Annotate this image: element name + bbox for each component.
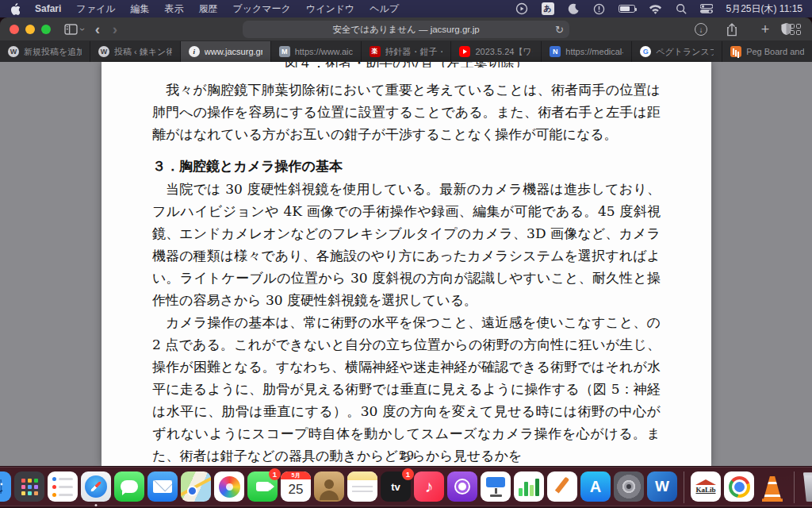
dock-separator: [794, 471, 795, 503]
share-icon[interactable]: [723, 21, 741, 38]
spotlight-search-icon[interactable]: [676, 2, 687, 15]
dock-facetime[interactable]: 1: [247, 471, 278, 502]
menubar-clock[interactable]: 5月25日(木) 11:15: [726, 2, 803, 16]
paragraph: 我々が胸腔鏡下肺葉切除術において重要と考えていることは、術者両手の位置は肺門への…: [152, 79, 661, 145]
dock-pages[interactable]: [547, 471, 577, 502]
zoom-window-button[interactable]: [41, 25, 51, 34]
menu-edit[interactable]: 編集: [130, 2, 149, 16]
screen-mirroring-status-icon[interactable]: [515, 2, 528, 15]
tab-label: 新規投稿を追加 ‹...: [24, 46, 82, 58]
menu-bookmarks[interactable]: ブックマーク: [232, 2, 290, 16]
focus-moon-icon[interactable]: [568, 2, 580, 15]
dock-kalib[interactable]: KaLib: [691, 471, 721, 502]
dock-chrome[interactable]: [724, 471, 754, 502]
dock-notes[interactable]: [347, 471, 377, 502]
dock-numbers[interactable]: [514, 471, 544, 502]
kalib-logo-text: KaLib: [695, 486, 715, 494]
address-bar[interactable]: 安全ではありません — jacsurg.gr.jp ↻: [243, 21, 569, 38]
browser-toolbar: › ‹ › 安全ではありません — jacsurg.gr.jp ↻ ↓ +: [0, 17, 812, 41]
close-window-button[interactable]: [10, 25, 19, 34]
tab-wordpress-posts[interactable]: W 投稿 ‹ 錬キン術研…: [90, 41, 181, 62]
clipped-figure-caption: 図４：術者・助手の位置（左上葉切除）: [152, 62, 661, 67]
dock-trash[interactable]: [801, 471, 812, 502]
input-source-ime-badge[interactable]: あ: [542, 2, 554, 15]
message-bubble-icon: [121, 480, 138, 493]
safari-window: › ‹ › 安全ではありません — jacsurg.gr.jp ↻ ↓ + W: [0, 17, 812, 467]
dock-vlc[interactable]: [757, 471, 787, 502]
menu-history[interactable]: 履歴: [198, 2, 217, 16]
document-page: 図４：術者・助手の位置（左上葉切除） 我々が胸腔鏡下肺葉切除術において重要と考え…: [102, 62, 711, 466]
wordpress-favicon: W: [8, 46, 19, 57]
section-heading: ３．胸腔鏡とカメラ操作の基本: [152, 155, 661, 177]
apple-menu-icon[interactable]: [10, 3, 20, 15]
tab-label: https://medical-...: [565, 47, 623, 56]
person-silhouette-icon: [324, 479, 334, 489]
dock-safari[interactable]: [81, 471, 111, 502]
paragraph: カメラ操作の基本は、常に術野の水平を保つこと、遠近感を使いこなすこと、の 2 点…: [152, 311, 661, 467]
launchpad-grid-icon: [21, 479, 38, 495]
letter-n-favicon: N: [550, 46, 561, 57]
tab-peg-board[interactable]: Peg Board and...: [722, 41, 812, 62]
calendar-day: 25: [281, 479, 311, 500]
site-info-favicon: i: [189, 46, 200, 57]
dock-mail[interactable]: [147, 471, 178, 502]
downloads-icon[interactable]: ↓: [695, 23, 707, 36]
menu-help[interactable]: ヘルプ: [370, 2, 399, 16]
dock-system-settings[interactable]: [614, 471, 644, 502]
dock-calendar[interactable]: 5月 25: [281, 471, 311, 502]
safari-compass-icon: [85, 475, 107, 498]
info-status-icon[interactable]: [593, 2, 605, 15]
dock-reminders[interactable]: [48, 471, 78, 502]
photos-pinwheel-icon: [219, 476, 240, 498]
tab-youtube[interactable]: 2023.5.24【ワク…: [451, 41, 542, 62]
envelope-icon: [153, 480, 172, 493]
dock-podcasts[interactable]: [447, 471, 477, 502]
tab-medical[interactable]: N https://medical-...: [542, 41, 632, 62]
tab-google-peg-transfer[interactable]: G ペグトランスファ…: [632, 41, 722, 62]
new-tab-icon[interactable]: +: [756, 21, 774, 38]
dock-maps[interactable]: [181, 471, 211, 502]
tab-jacsurg-active[interactable]: i www.jacsurg.gr....: [181, 41, 271, 62]
vlc-cone-icon: [762, 476, 783, 502]
menu-app-name[interactable]: Safari: [35, 3, 61, 14]
facetime-camera-icon: [256, 482, 270, 491]
tab-aic[interactable]: M https://www.aic...: [271, 41, 362, 62]
menu-window[interactable]: ウインドウ: [306, 2, 354, 16]
battery-icon[interactable]: [619, 2, 635, 15]
dock-music[interactable]: ♪: [414, 471, 444, 502]
appletv-badge: 1: [402, 468, 414, 480]
reload-icon[interactable]: ↻: [555, 24, 564, 36]
tab-label: 持針器・鉗子・…: [385, 46, 443, 58]
tab-needle-holder-shop[interactable]: 楽 持針器・鉗子・…: [362, 41, 452, 62]
dock-appstore[interactable]: A: [580, 471, 611, 502]
gear-icon: [624, 482, 634, 491]
menu-file[interactable]: ファイル: [76, 2, 115, 16]
wifi-icon[interactable]: [649, 2, 662, 15]
tab-overview-icon[interactable]: [790, 24, 801, 35]
keynote-podium-icon: [486, 477, 505, 487]
dock-messages[interactable]: [114, 471, 144, 502]
tab-label: 投稿 ‹ 錬キン術研…: [114, 46, 172, 58]
control-center-icon[interactable]: [700, 2, 713, 15]
traffic-lights: [10, 25, 51, 34]
dock-photos[interactable]: [214, 471, 244, 502]
dock-launchpad[interactable]: [14, 471, 44, 502]
paragraph: 当院では 30 度硬性斜視鏡を使用している。最新のカメラ機器は進歩しており、フル…: [152, 178, 661, 311]
tab-wordpress-new-post[interactable]: W 新規投稿を追加 ‹...: [0, 41, 90, 62]
back-button[interactable]: ‹: [89, 21, 106, 38]
dock-finder[interactable]: [0, 471, 11, 502]
dock-appletv[interactable]: tv 1: [381, 471, 411, 502]
dock-microsoft-word[interactable]: W: [647, 471, 677, 502]
tab-label: https://www.aic...: [295, 47, 353, 56]
dock-contacts[interactable]: [314, 471, 344, 502]
orange-bars-favicon: [730, 46, 741, 57]
word-w-icon: W: [655, 478, 669, 495]
minimize-window-button[interactable]: [25, 25, 35, 34]
sidebar-chevron-icon[interactable]: ›: [77, 28, 88, 31]
dock-keynote[interactable]: [481, 471, 511, 502]
menu-view[interactable]: 表示: [164, 2, 183, 16]
tab-bar: W 新規投稿を追加 ‹... W 投稿 ‹ 錬キン術研… i www.jacsu…: [0, 41, 812, 62]
appstore-a-icon: A: [590, 478, 601, 496]
page-viewer[interactable]: 図４：術者・助手の位置（左上葉切除） 我々が胸腔鏡下肺葉切除術において重要と考え…: [0, 62, 812, 466]
forward-button[interactable]: ›: [106, 21, 124, 38]
